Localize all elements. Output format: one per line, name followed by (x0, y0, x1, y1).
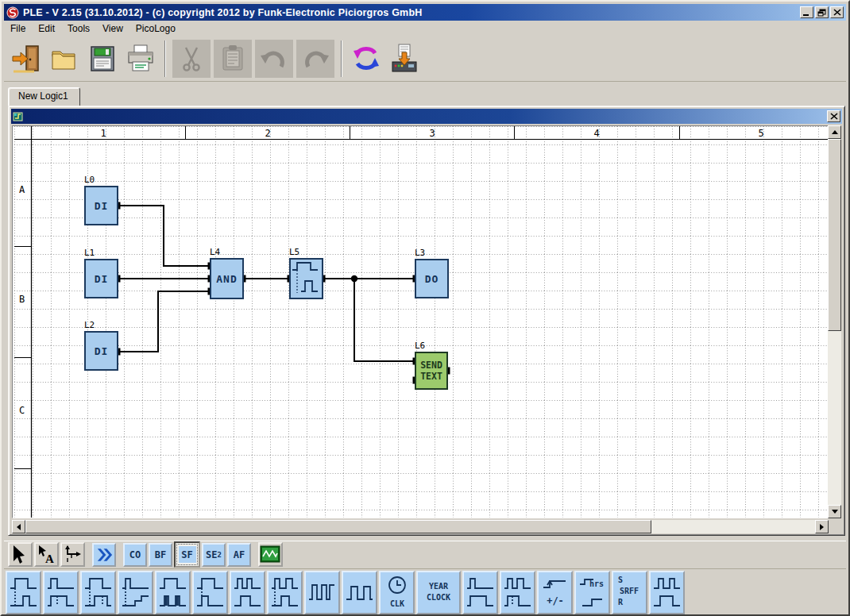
minimize-button[interactable] (800, 6, 813, 18)
logic-block-L2[interactable]: DI (84, 331, 118, 371)
scroll-left-button[interactable] (12, 520, 25, 533)
tab-new-logic1[interactable]: New Logic1 (8, 87, 80, 106)
multifunction-switch-button[interactable] (500, 571, 535, 614)
save-button[interactable] (83, 40, 122, 78)
trend-tool-button[interactable] (258, 542, 283, 567)
exit-button[interactable] (7, 40, 45, 78)
document-close-icon[interactable] (827, 110, 840, 122)
edge-wiping-relay-button[interactable] (192, 571, 228, 614)
random-generator-button[interactable] (267, 571, 303, 614)
svg-text:1: 1 (100, 128, 106, 139)
block-label-L3: L3 (415, 248, 425, 258)
sr-flipflop-button[interactable]: SSRFFR (612, 571, 647, 614)
scroll-right-button[interactable] (815, 520, 829, 533)
random-generator-icon (270, 575, 300, 610)
block-text: DO (425, 273, 439, 285)
wiping-relay-icon (158, 575, 188, 610)
select-tool-button[interactable] (8, 542, 33, 567)
group-bf-button[interactable]: BF (149, 543, 172, 567)
grid-and-ruler: 12345ABC (14, 126, 829, 518)
canvas-viewport: 12345ABC L0DIL1DIL2DIL4ANDL5L3DOL6SENDTE… (12, 125, 829, 518)
download-button[interactable] (385, 40, 423, 78)
svg-text:5: 5 (758, 128, 763, 139)
pulse-relay-button[interactable] (649, 571, 685, 614)
svg-text:B: B (19, 294, 25, 305)
asym-pulse-generator-icon (345, 575, 375, 610)
group-se2-button[interactable]: SE2 (202, 543, 226, 567)
open-button[interactable] (45, 40, 83, 78)
horizontal-scroll-thumb[interactable] (25, 520, 651, 533)
stairway-switch-button[interactable] (462, 571, 498, 614)
sync-button[interactable] (347, 40, 385, 78)
menu-item-tools[interactable]: Tools (61, 21, 96, 36)
svg-text:hrs: hrs (589, 579, 603, 588)
app-logo-icon (6, 6, 19, 19)
group-co-button[interactable]: CO (123, 543, 147, 567)
logic-sheet[interactable]: 12345ABC L0DIL1DIL2DIL4ANDL5L3DOL6SENDTE… (14, 126, 829, 518)
group-sf-button[interactable]: SF (174, 541, 200, 568)
svg-text:SRFF: SRFF (619, 587, 638, 595)
logic-block-L4[interactable]: AND (210, 258, 244, 299)
on-delay-button[interactable] (6, 571, 41, 614)
up-down-counter-icon: +/- (540, 575, 570, 610)
group-af-button[interactable]: AF (227, 543, 251, 567)
multifunction-switch-icon (503, 575, 533, 610)
close-button[interactable] (830, 6, 844, 18)
horizontal-scrollbar[interactable] (12, 520, 829, 533)
hours-counter-button[interactable]: hrs (574, 571, 610, 614)
logic-block-L1[interactable]: DI (84, 259, 118, 298)
block-label-L2: L2 (84, 320, 95, 330)
pulse-generator-button[interactable] (304, 571, 340, 614)
off-delay-button[interactable] (43, 571, 79, 614)
scope-icon (260, 544, 281, 565)
svg-text:CLOCK: CLOCK (427, 593, 450, 602)
window-title: PLE - V 2.15 (31.10.2012) - (c) copyrigh… (23, 7, 798, 18)
io-tool-button[interactable] (92, 543, 116, 567)
menu-item-picologo[interactable]: PicoLogo (129, 21, 182, 36)
on-off-delay-button[interactable] (80, 571, 116, 614)
wiping-relay-button[interactable] (155, 571, 191, 614)
palette-row-tools: ACOBFSFSE2AF (4, 541, 846, 568)
block-text: AND (216, 273, 237, 285)
menu-item-file[interactable]: File (4, 21, 32, 36)
paste-button (214, 40, 252, 78)
yearly-timer-icon: YEARCLOCK (420, 575, 457, 610)
logic-block-L0[interactable]: DI (84, 186, 118, 225)
restore-button[interactable] (815, 6, 829, 18)
tab-bar: New Logic1 (8, 86, 842, 106)
svg-text:A: A (45, 552, 54, 565)
retentive-on-delay-button[interactable] (118, 571, 153, 614)
weekly-timer-button[interactable]: CLK (379, 571, 415, 614)
selected-chip: SF (179, 546, 196, 563)
logic-block-L6[interactable]: SENDTEXT (415, 352, 448, 390)
app-window: PLE - V 2.15 (31.10.2012) - (c) copyrigh… (0, 0, 850, 616)
wire-tool-button[interactable] (60, 542, 85, 567)
vertical-scroll-thumb[interactable] (828, 139, 841, 331)
title-bar: PLE - V 2.15 (31.10.2012) - (c) copyrigh… (4, 4, 846, 21)
label-tool-button[interactable]: A (34, 542, 59, 567)
pulse-generator-icon (307, 575, 338, 610)
polyline-icon (62, 544, 83, 565)
scroll-down-button[interactable] (828, 505, 841, 518)
block-label-L1: L1 (84, 248, 95, 258)
up-down-counter-button[interactable]: +/- (537, 571, 573, 614)
menu-item-edit[interactable]: Edit (32, 21, 61, 36)
block-label-L0: L0 (84, 175, 95, 185)
print-button[interactable] (122, 40, 160, 78)
menu-bar: FileEditToolsViewPicoLogo (4, 21, 846, 37)
logic-block-L3[interactable]: DO (415, 259, 449, 298)
block-text: DI (95, 273, 109, 285)
cut-button (172, 40, 211, 78)
asym-pulse-generator-button[interactable] (342, 571, 377, 614)
svg-text:3: 3 (429, 128, 435, 139)
menu-item-view[interactable]: View (96, 21, 129, 36)
logic-block-L5[interactable] (289, 258, 323, 299)
yearly-timer-button[interactable]: YEARCLOCK (416, 571, 461, 614)
stairway-switch-icon (466, 575, 496, 610)
on-off-delay-icon (83, 575, 114, 610)
svg-text:R: R (617, 598, 623, 606)
scroll-up-button[interactable] (828, 125, 841, 139)
async-pulse-generator-button[interactable] (230, 571, 265, 614)
vertical-scrollbar[interactable] (828, 125, 841, 518)
svg-text:A: A (19, 184, 25, 195)
